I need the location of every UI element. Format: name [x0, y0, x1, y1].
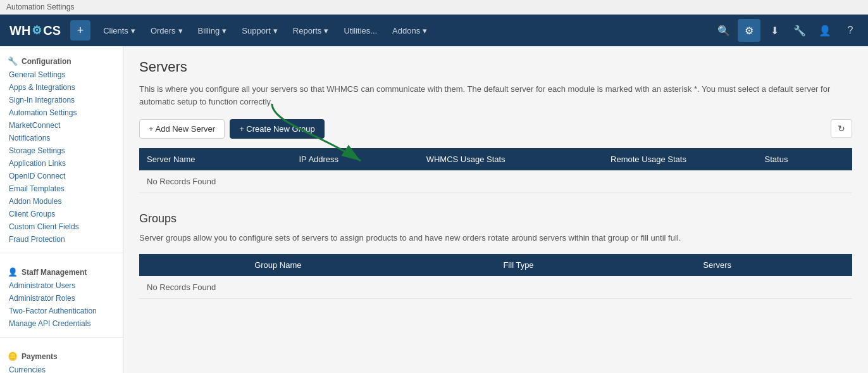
topbar: WH⚙CS + Clients ▾ Orders ▾ Billing ▾ Sup… — [0, 15, 868, 46]
groups-col-name: Group Name — [139, 254, 417, 276]
nav-addons[interactable]: Addons ▾ — [385, 15, 435, 46]
chevron-down-icon: ▾ — [178, 26, 183, 35]
create-new-group-button[interactable]: + Create New Group — [230, 119, 325, 139]
sidebar-item-two-factor[interactable]: Two-Factor Authentication — [0, 305, 123, 317]
sidebar-item-openid-connect[interactable]: OpenID Connect — [0, 170, 123, 182]
staff-section-title: 👤 Staff Management — [0, 263, 123, 279]
payments-section-title: 🪙 Payments — [0, 348, 123, 364]
search-button[interactable]: 🔍 — [712, 19, 735, 42]
sidebar-item-marketconnect[interactable]: MarketConnect — [0, 119, 123, 132]
chevron-down-icon: ▾ — [273, 26, 278, 35]
servers-no-records-row: No Records Found — [139, 170, 852, 193]
nav-reports[interactable]: Reports ▾ — [285, 15, 337, 46]
person-icon: 👤 — [8, 267, 18, 277]
groups-no-records-row: No Records Found — [139, 276, 852, 299]
chevron-down-icon: ▾ — [222, 26, 226, 35]
sidebar-item-manage-api-credentials[interactable]: Manage API Credentials — [0, 317, 123, 330]
action-buttons-row: + Add New Server + Create New Group ↻ — [139, 119, 852, 148]
sidebar-item-admin-users[interactable]: Administrator Users — [0, 279, 123, 292]
groups-col-action2 — [833, 254, 852, 276]
configuration-section: 🔧 Configuration General Settings Apps & … — [0, 46, 123, 249]
nav-clients[interactable]: Clients ▾ — [96, 15, 143, 46]
sidebar-item-currencies[interactable]: Currencies — [0, 364, 123, 373]
chevron-down-icon: ▾ — [324, 26, 328, 35]
nav-support[interactable]: Support ▾ — [234, 15, 285, 46]
servers-col-status: Status — [738, 148, 814, 170]
servers-col-whmcs-stats: WHMCS Usage Stats — [373, 148, 559, 170]
servers-col-action1 — [814, 148, 833, 170]
chevron-down-icon: ▾ — [131, 26, 135, 35]
nav-orders[interactable]: Orders ▾ — [143, 15, 190, 46]
servers-col-ip: IP Address — [264, 148, 373, 170]
sidebar-item-custom-client-fields[interactable]: Custom Client Fields — [0, 220, 123, 233]
groups-table: Group Name Fill Type Servers No Records … — [139, 254, 852, 299]
settings-button[interactable]: ⚙ — [738, 19, 760, 42]
automation-settings-label: Automation Settings — [6, 3, 74, 11]
refresh-button[interactable]: ↻ — [831, 119, 852, 138]
sidebar-item-client-groups[interactable]: Client Groups — [0, 208, 123, 220]
nav-right: 🔍 ⚙ ⬇ 🔧 👤 ? — [712, 19, 862, 42]
nav-utilities[interactable]: Utilities... — [336, 15, 385, 46]
nav-menu: Clients ▾ Orders ▾ Billing ▾ Support ▾ R… — [96, 15, 712, 46]
page-title: Servers — [139, 59, 852, 75]
sidebar-item-application-links[interactable]: Application Links — [0, 157, 123, 170]
main-content: Servers This is where you configure all … — [123, 46, 868, 373]
chevron-down-icon: ▾ — [423, 26, 427, 35]
configuration-section-title: 🔧 Configuration — [0, 53, 123, 68]
sidebar-item-storage-settings[interactable]: Storage Settings — [0, 144, 123, 157]
page-description: This is where you configure all your ser… — [139, 83, 852, 108]
servers-col-action2 — [833, 148, 852, 170]
user-button[interactable]: 👤 — [814, 19, 836, 42]
automation-bar: Automation Settings — [0, 0, 868, 15]
groups-no-records: No Records Found — [139, 276, 852, 299]
groups-col-fill-type: Fill Type — [417, 254, 621, 276]
nav-billing[interactable]: Billing ▾ — [190, 15, 235, 46]
servers-no-records: No Records Found — [139, 170, 852, 193]
download-button[interactable]: ⬇ — [763, 19, 786, 42]
btn-group: + Add New Server + Create New Group — [139, 119, 325, 139]
sidebar-item-fraud-protection[interactable]: Fraud Protection — [0, 233, 123, 246]
sidebar-item-sign-in-integrations[interactable]: Sign-In Integrations — [0, 94, 123, 106]
sidebar-item-apps-integrations[interactable]: Apps & Integrations — [0, 81, 123, 94]
groups-col-action1 — [814, 254, 833, 276]
help-button[interactable]: ? — [839, 19, 862, 42]
add-button[interactable]: + — [70, 20, 90, 41]
payments-section: 🪙 Payments Currencies Payment Gateways T… — [0, 341, 123, 373]
wrench-icon: 🔧 — [8, 56, 18, 66]
groups-description: Server groups allow you to configure set… — [139, 232, 852, 244]
sidebar-item-notifications[interactable]: Notifications — [0, 132, 123, 144]
sidebar: 🔧 Configuration General Settings Apps & … — [0, 46, 123, 373]
sidebar-item-general-settings[interactable]: General Settings — [0, 68, 123, 81]
groups-col-servers: Servers — [620, 254, 814, 276]
layout: 🔧 Configuration General Settings Apps & … — [0, 46, 868, 373]
sidebar-item-automation-settings[interactable]: Automation Settings — [0, 106, 123, 119]
add-new-server-button[interactable]: + Add New Server — [139, 119, 225, 139]
sidebar-item-addon-modules[interactable]: Addon Modules — [0, 195, 123, 208]
coins-icon: 🪙 — [8, 351, 18, 361]
servers-col-name: Server Name — [139, 148, 264, 170]
sidebar-item-admin-roles[interactable]: Administrator Roles — [0, 292, 123, 305]
groups-title: Groups — [139, 212, 852, 225]
sidebar-item-email-templates[interactable]: Email Templates — [0, 182, 123, 195]
logo: WH⚙CS — [6, 23, 70, 38]
staff-section: 👤 Staff Management Administrator Users A… — [0, 257, 123, 333]
wrench-button[interactable]: 🔧 — [788, 19, 811, 42]
servers-col-remote-stats: Remote Usage Stats — [559, 148, 738, 170]
servers-table: Server Name IP Address WHMCS Usage Stats… — [139, 148, 852, 193]
